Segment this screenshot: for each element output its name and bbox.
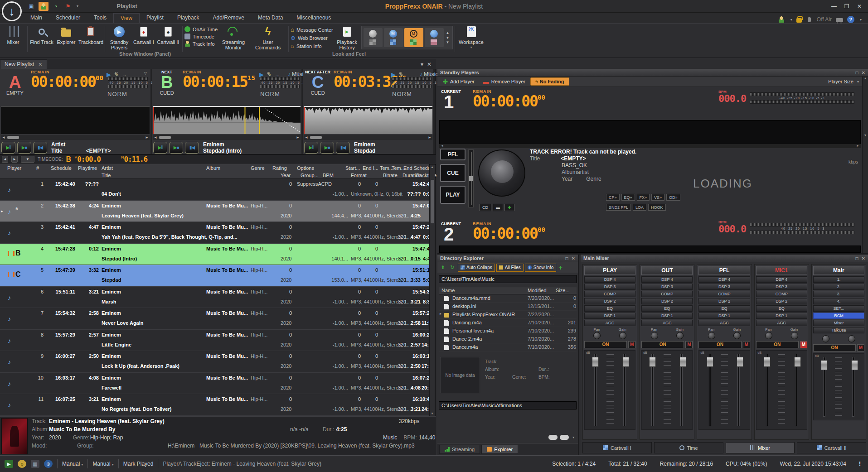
- theme-tile-3-selected[interactable]: M: [404, 28, 423, 47]
- dsp-button[interactable]: DSP 3: [584, 284, 635, 290]
- dsp-button[interactable]: DSP 1: [584, 313, 635, 319]
- gain-knob[interactable]: [791, 332, 798, 339]
- table-row[interactable]: 3 15:42:41 4:47 Eminem Music To Be Mu...…: [0, 222, 431, 244]
- close-icon[interactable]: ✕: [862, 70, 865, 75]
- play-pause-button[interactable]: ▶‖: [1, 142, 15, 154]
- ribbon-tab[interactable]: Meta Data: [251, 13, 290, 23]
- dsp-button[interactable]: DSP 4: [756, 276, 807, 283]
- side-menu-button[interactable]: RCM: [813, 313, 864, 319]
- scroll-left-icon[interactable]: ◄: [441, 144, 444, 148]
- globe-icon[interactable]: ⊕: [44, 460, 53, 468]
- play-pause-button[interactable]: ▶‖: [304, 142, 318, 154]
- marker-icon[interactable]: ▽: [267, 71, 270, 75]
- standby-player-1[interactable]: CURRENT 1 REMAIN00:00:0000 BPM000.0 -40 …: [437, 87, 868, 119]
- dsp-button[interactable]: COMP: [756, 291, 807, 297]
- show-info-button[interactable]: iShow Info: [525, 264, 556, 272]
- col-num[interactable]: #: [36, 165, 39, 171]
- ribbon-item-cartwall2[interactable]: ♠Cartwall II: [156, 25, 180, 45]
- ribbon-tab[interactable]: Add/Remove: [206, 13, 251, 23]
- standby-wave-scroll[interactable]: ◄►: [439, 144, 861, 148]
- user-toggle-icon[interactable]: [39, 2, 48, 11]
- help-icon[interactable]: ?: [847, 16, 854, 23]
- dsp-button[interactable]: COMP: [698, 291, 750, 297]
- fx-button[interactable]: FX»: [637, 194, 650, 201]
- dsp-button[interactable]: EQ: [641, 305, 693, 312]
- list-item[interactable]: Dance 2.m4a 7/10/2020... 278: [439, 335, 577, 343]
- list-item[interactable]: desktop.ini 12/15/201... 0: [439, 303, 577, 311]
- fader-handle[interactable]: [592, 357, 599, 367]
- side-menu-button[interactable]: TalkUse: [813, 327, 864, 333]
- dsp-button[interactable]: DSP 1: [641, 313, 693, 319]
- ribbon-item-mixer[interactable]: Mixer: [1, 25, 25, 45]
- assist-mode-button[interactable]: Manual▾: [62, 461, 83, 467]
- on-button[interactable]: ON: [698, 341, 741, 348]
- tab-close-icon[interactable]: ✕: [38, 62, 42, 67]
- col-bitrate[interactable]: Bitrate: [383, 173, 398, 178]
- fader-handle[interactable]: [794, 357, 801, 367]
- marker-icon[interactable]: ▽: [296, 71, 299, 75]
- ribbon-tab[interactable]: Scheduler: [49, 13, 87, 23]
- tab-button[interactable]: Explorer: [481, 445, 518, 454]
- col-options[interactable]: Options: [297, 165, 314, 171]
- fx-button[interactable]: OD»: [666, 194, 680, 201]
- play-button[interactable]: PLAY: [440, 186, 466, 204]
- channel-fader[interactable]: dB: [698, 350, 750, 430]
- strip-title[interactable]: PLAY: [584, 266, 635, 275]
- standby-player-2[interactable]: CURRENT 2 REMAIN00:00:0000 BPM000.0 -40 …: [437, 219, 861, 245]
- tab-button[interactable]: Streaming: [439, 445, 480, 454]
- player-size-button[interactable]: Player Size▾: [828, 79, 866, 84]
- tab-button[interactable]: Cartwall I: [582, 442, 652, 453]
- col-name[interactable]: Name: [441, 288, 455, 293]
- minimize-button[interactable]: —: [829, 3, 839, 10]
- mute-button[interactable]: M: [857, 344, 864, 352]
- file-list-header[interactable]: Name Modified Size...: [439, 287, 577, 294]
- mixer-strip-out[interactable]: OUT DSP 4DSP 3COMPDSP 2EQDSP 1AGC PanGai…: [640, 264, 694, 440]
- scroll-left-icon[interactable]: ◄: [2, 135, 5, 140]
- channel-fader[interactable]: dB: [641, 350, 693, 430]
- scroll-thumb[interactable]: [159, 136, 171, 139]
- playlist-scrollbar[interactable]: ▲▼: [429, 164, 435, 416]
- dsp-button[interactable]: DSP 2: [756, 298, 807, 304]
- wave-scrollbar[interactable]: ◄►: [153, 135, 301, 140]
- scroll-left-icon[interactable]: ◄: [305, 135, 308, 140]
- fader-handle[interactable]: [851, 360, 858, 370]
- col-genre[interactable]: Genre: [251, 165, 265, 171]
- dsp-button[interactable]: DSP 3: [756, 284, 807, 290]
- mute-button[interactable]: M: [628, 341, 635, 348]
- help-caret-icon[interactable]: ▾: [860, 18, 862, 22]
- restore-button[interactable]: ❐: [842, 3, 852, 10]
- rewind-button[interactable]: ▮◀: [33, 142, 47, 154]
- fade-mode-button[interactable]: Manual▾: [92, 461, 113, 467]
- list-item[interactable]: Personal love.m4a 7/10/2020... 239: [439, 327, 577, 335]
- theme-tile-1[interactable]: [364, 28, 383, 47]
- scroll-up-icon[interactable]: ▲: [431, 165, 434, 169]
- table-row[interactable]: C 5 15:47:39 3:32 Eminem Music To Be Mu.…: [0, 265, 431, 287]
- strip-title[interactable]: MIC1: [756, 266, 807, 275]
- theme-tile-4[interactable]: [425, 28, 444, 47]
- snd-button[interactable]: LOA: [633, 204, 646, 211]
- alert-indicator[interactable]: !: [859, 461, 861, 467]
- waveform-cued[interactable]: [153, 106, 301, 134]
- scroll-left-icon[interactable]: ◄: [154, 135, 157, 140]
- rewind-button[interactable]: ▮◀: [336, 142, 350, 154]
- col-bpm[interactable]: BPM: [323, 173, 334, 178]
- scroll-thumb[interactable]: [431, 180, 434, 223]
- secondary-path[interactable]: C:\Users\TimAlex\Music\Affirmations: [439, 401, 577, 409]
- pan-knob[interactable]: [822, 335, 829, 342]
- fader-handle[interactable]: [469, 176, 473, 181]
- strip-title[interactable]: PFL: [698, 266, 750, 275]
- on-button[interactable]: ON: [641, 341, 684, 348]
- list-item[interactable]: Dancing.m4a 7/10/2020... 201: [439, 319, 577, 327]
- wave-scrollbar[interactable]: ◄►: [304, 135, 432, 140]
- tab-button[interactable]: Time: [654, 442, 723, 453]
- table-row[interactable]: 1 15:42:40 ??:?? 0 SuppressACPD 0 0 15:4…: [0, 179, 431, 201]
- expander-icon[interactable]: ▸: [440, 312, 441, 316]
- dsp-button[interactable]: DSP 1: [756, 313, 807, 319]
- auto-collapse-button[interactable]: Auto Collaps: [458, 264, 495, 272]
- ribbon-tab[interactable]: Tools: [87, 13, 113, 23]
- marker-icon[interactable]: ▽: [399, 71, 402, 75]
- cart-icon[interactable]: [836, 18, 843, 22]
- ribbon-tab[interactable]: View: [113, 13, 140, 23]
- monitor-icon[interactable]: ▦: [31, 460, 39, 468]
- timecode-next-icon[interactable]: ►: [11, 156, 18, 163]
